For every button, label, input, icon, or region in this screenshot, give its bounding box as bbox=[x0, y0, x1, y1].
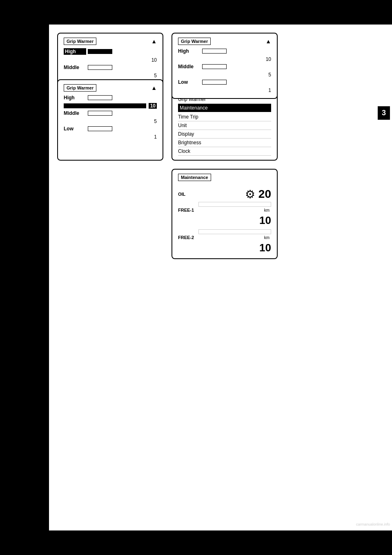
panels-row-bottom: Maintenance OIL ⚙ 20 bbox=[57, 169, 368, 259]
grip-warmer-panel-2: Grip Warmer ▲ High 10 Middle bbox=[172, 33, 278, 99]
panel-3-low-bar bbox=[88, 126, 157, 131]
page-number: 3 bbox=[378, 106, 390, 120]
maint-free1-unit: km bbox=[264, 208, 270, 213]
oil-icon: ⚙ bbox=[244, 187, 258, 201]
panel-2-middle-bar bbox=[202, 64, 271, 69]
panel-3-header: Grip Warmer ▲ bbox=[64, 84, 157, 92]
maint-oil-value-area: ⚙ 20 bbox=[244, 187, 271, 201]
panel-3-middle-label: Middle bbox=[64, 110, 86, 116]
panel-3-high-label: High bbox=[64, 95, 86, 101]
maint-header: Maintenance bbox=[178, 174, 271, 184]
panel-3-num-1: 1 bbox=[149, 134, 157, 140]
panel-2-icon: ▲ bbox=[265, 38, 271, 45]
panel-1-title: Grip Warmer bbox=[64, 38, 96, 45]
svg-text:⚙: ⚙ bbox=[245, 188, 255, 201]
maint-free1-bar-row bbox=[178, 202, 271, 207]
maint-free1-row: FREE-1 km bbox=[178, 208, 271, 213]
panel-3-highlighted-bar bbox=[64, 103, 146, 108]
panel-1-high-row: High bbox=[64, 48, 157, 55]
maint-free2-value: 10 bbox=[259, 242, 271, 254]
maint-oil-row: OIL ⚙ 20 bbox=[178, 187, 271, 201]
menu-item-unit[interactable]: Unit bbox=[178, 121, 271, 130]
panel-3-icon: ▲ bbox=[151, 85, 157, 91]
panel-3-middle-row: Middle bbox=[64, 110, 157, 116]
panel-1-high-label: High bbox=[64, 48, 86, 55]
panel-1-middle-bar bbox=[88, 65, 157, 70]
panel-3-high-bar bbox=[88, 95, 157, 100]
panel-1-middle-label: Middle bbox=[64, 65, 86, 70]
panel-2-num-10: 10 bbox=[263, 56, 271, 62]
maint-free2-label: FREE-2 bbox=[178, 235, 198, 240]
menu-item-display[interactable]: Display bbox=[178, 130, 271, 139]
panel-1-middle-bar-outline bbox=[88, 65, 112, 70]
panel-2-header: Grip Warmer ▲ bbox=[178, 38, 271, 45]
panel-1-header: Grip Warmer ▲ bbox=[64, 38, 157, 45]
maint-free2-bar bbox=[198, 229, 271, 234]
panel-3-low-bar-outline bbox=[88, 126, 112, 131]
panel-1-high-bar-fill bbox=[88, 49, 112, 54]
maint-free2-unit: km bbox=[264, 235, 270, 240]
grip-warmer-panel-3: Grip Warmer ▲ High 10 Middle bbox=[57, 79, 163, 161]
maint-free2-value-row: 10 bbox=[178, 242, 271, 254]
panel-3-middle-bar bbox=[88, 111, 157, 116]
panel-3-low-row: Low bbox=[64, 126, 157, 132]
panel-3-num-10: 10 bbox=[149, 103, 157, 109]
maintenance-panel: Maintenance OIL ⚙ 20 bbox=[172, 169, 278, 259]
maint-free2-bar-row bbox=[178, 229, 271, 234]
panel-1-num-10: 10 bbox=[149, 57, 157, 63]
maint-free1-value: 10 bbox=[259, 214, 271, 227]
content-area: Grip Warmer ▲ High 10 Middle bbox=[49, 25, 376, 530]
menu-item-maintenance-selected[interactable]: Maintenance bbox=[178, 104, 271, 112]
panel-1-middle-row: Middle bbox=[64, 65, 157, 70]
panel-2-low-bar-outline bbox=[202, 80, 227, 85]
panel-2-title: Grip Warmer bbox=[178, 38, 211, 45]
panel-3-num-5: 5 bbox=[149, 119, 157, 124]
page-container: 3 Grip Warmer ▲ High 10 bbox=[0, 0, 392, 555]
menu-item-clock[interactable]: Clock bbox=[178, 147, 271, 156]
menu-item-brightness[interactable]: Brightness bbox=[178, 139, 271, 147]
header-bar bbox=[0, 0, 392, 25]
panel-3-high-row: High bbox=[64, 95, 157, 101]
maint-title: Maintenance bbox=[178, 174, 211, 181]
panel-2-middle-label: Middle bbox=[178, 64, 200, 69]
panel-2-num-1: 1 bbox=[263, 87, 271, 93]
panel-2-low-bar bbox=[202, 80, 271, 85]
panel-3-low-label: Low bbox=[64, 126, 86, 132]
panel-3-high-bar-outline bbox=[88, 95, 112, 100]
maint-free1-label: FREE-1 bbox=[178, 208, 198, 213]
panel-2-high-bar bbox=[202, 49, 271, 54]
panel-1-num-5: 5 bbox=[149, 73, 157, 78]
left-sidebar bbox=[0, 25, 49, 530]
panel-1-high-bar bbox=[88, 49, 157, 54]
panel-2-middle-row: Middle bbox=[178, 64, 271, 69]
maint-free1-bar bbox=[198, 202, 271, 207]
panel-2-high-row: High bbox=[178, 48, 271, 54]
panel-3-middle-bar-outline bbox=[88, 111, 112, 116]
panel-2-num-5: 5 bbox=[263, 72, 271, 78]
panel-2-high-bar-outline bbox=[202, 49, 227, 54]
empty-space-left bbox=[57, 169, 163, 259]
maint-free2-row: FREE-2 km bbox=[178, 235, 271, 240]
maint-free1-value-row: 10 bbox=[178, 214, 271, 227]
panel-2-low-row: Low bbox=[178, 79, 271, 85]
maint-oil-label: OIL bbox=[178, 192, 198, 197]
panel-2-low-label: Low bbox=[178, 79, 200, 85]
panel-2-middle-bar-outline bbox=[202, 64, 227, 69]
panel-2-high-label: High bbox=[178, 48, 200, 54]
menu-item-time-trip[interactable]: Time Trip bbox=[178, 113, 271, 121]
panel-1-icon: ▲ bbox=[151, 38, 157, 45]
maint-oil-value: 20 bbox=[258, 188, 271, 201]
panel-3-title: Grip Warmer bbox=[64, 84, 96, 92]
right-number-indicator: 3 bbox=[376, 25, 392, 530]
panel-3-num10-row: 10 bbox=[64, 103, 157, 109]
watermark: carmanualonline.info bbox=[356, 522, 390, 526]
footer-bar bbox=[0, 530, 392, 555]
